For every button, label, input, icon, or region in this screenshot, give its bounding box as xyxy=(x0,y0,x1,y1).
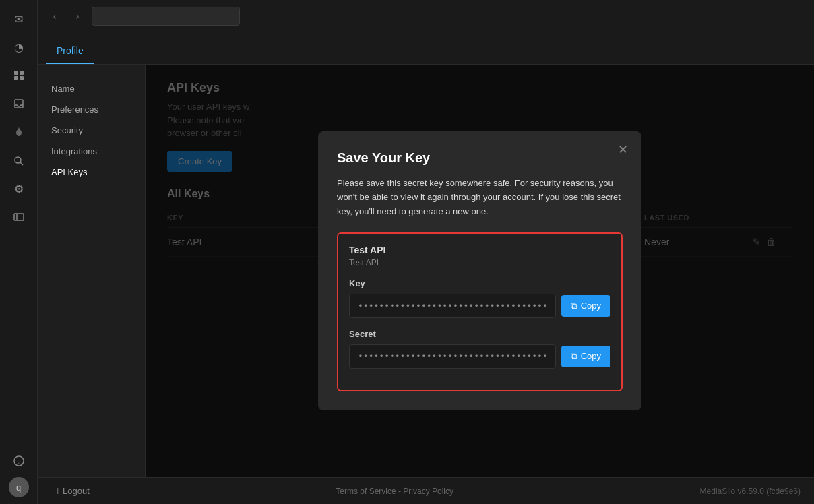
page-content: API Keys Your user API keys w Please not… xyxy=(146,65,814,477)
logout-label: Logout xyxy=(63,486,90,496)
key-field-row: ⧉ Copy xyxy=(349,294,610,318)
search-icon[interactable] xyxy=(7,148,31,172)
logout-button[interactable]: ⊣ Logout xyxy=(51,486,90,496)
avatar[interactable]: q xyxy=(9,477,29,497)
icon-bar: ✉ ◔ ⚙ ? q xyxy=(0,0,38,504)
copy-secret-button[interactable]: ⧉ Copy xyxy=(561,346,610,367)
secret-field-row: ⧉ Copy xyxy=(349,344,610,369)
clock-icon[interactable]: ◔ xyxy=(7,35,31,59)
help-icon[interactable]: ? xyxy=(7,449,31,473)
svg-line-6 xyxy=(20,162,23,165)
sidebar-item-api-keys[interactable]: API Keys xyxy=(38,162,145,183)
footer-version: MediaSilo v6.59.0 (fcde9e6) xyxy=(700,486,801,496)
tab-row: Profile xyxy=(38,32,814,65)
modal-key-box: Test API Test API Key ⧉ Copy Secret xyxy=(337,232,623,391)
save-key-modal: ✕ Save Your Key Please save this secret … xyxy=(318,131,641,410)
svg-rect-1 xyxy=(20,71,24,75)
key-box-subname: Test API xyxy=(349,258,610,267)
footer-left: ⊣ Logout xyxy=(51,486,90,496)
terms-link[interactable]: Terms of Service xyxy=(336,486,396,496)
secret-value-input[interactable] xyxy=(349,344,556,369)
grid-icon[interactable] xyxy=(7,63,31,88)
key-value-input[interactable] xyxy=(349,294,556,318)
modal-overlay: ✕ Save Your Key Please save this secret … xyxy=(146,65,814,477)
search-input[interactable] xyxy=(92,7,240,26)
copy-secret-icon: ⧉ xyxy=(571,351,577,362)
top-bar: ‹ › xyxy=(38,0,814,32)
sidebar-item-integrations[interactable]: Integrations xyxy=(38,141,145,162)
privacy-link[interactable]: Privacy Policy xyxy=(403,486,453,496)
copy-secret-label: Copy xyxy=(581,351,601,361)
svg-rect-2 xyxy=(14,76,18,80)
modal-description: Please save this secret key somewhere sa… xyxy=(337,177,623,218)
footer-links: Terms of Service - Privacy Policy xyxy=(336,486,453,496)
copy-key-button[interactable]: ⧉ Copy xyxy=(561,295,610,317)
copy-key-label: Copy xyxy=(581,301,601,311)
panel-icon[interactable] xyxy=(7,205,31,229)
svg-rect-3 xyxy=(20,76,24,80)
footer: ⊣ Logout Terms of Service - Privacy Poli… xyxy=(38,477,814,504)
back-button[interactable]: ‹ xyxy=(46,7,63,25)
key-field-label: Key xyxy=(349,278,610,288)
svg-point-5 xyxy=(15,157,21,163)
modal-title: Save Your Key xyxy=(337,150,623,166)
svg-rect-7 xyxy=(14,214,24,220)
content-layout: Name Preferences Security Integrations A… xyxy=(38,65,814,477)
forward-button[interactable]: › xyxy=(69,7,86,25)
sidebar-item-security[interactable]: Security xyxy=(38,120,145,141)
copy-key-icon: ⧉ xyxy=(571,301,577,311)
svg-rect-0 xyxy=(14,71,18,75)
settings-icon[interactable]: ⚙ xyxy=(7,177,31,201)
key-box-name: Test API xyxy=(349,245,610,255)
svg-text:?: ? xyxy=(17,458,20,465)
sidebar-item-name[interactable]: Name xyxy=(38,78,145,99)
secret-field-label: Secret xyxy=(349,329,610,339)
logout-icon: ⊣ xyxy=(51,486,59,496)
sidebar-item-preferences[interactable]: Preferences xyxy=(38,99,145,120)
inbox-icon[interactable] xyxy=(7,92,31,116)
main-area: ‹ › Profile Name Preferences Security In… xyxy=(38,0,814,504)
modal-close-button[interactable]: ✕ xyxy=(618,142,628,157)
flame-icon[interactable] xyxy=(7,120,31,144)
mail-icon[interactable]: ✉ xyxy=(7,7,31,31)
side-nav: Name Preferences Security Integrations A… xyxy=(38,65,146,477)
tab-profile[interactable]: Profile xyxy=(46,38,94,64)
